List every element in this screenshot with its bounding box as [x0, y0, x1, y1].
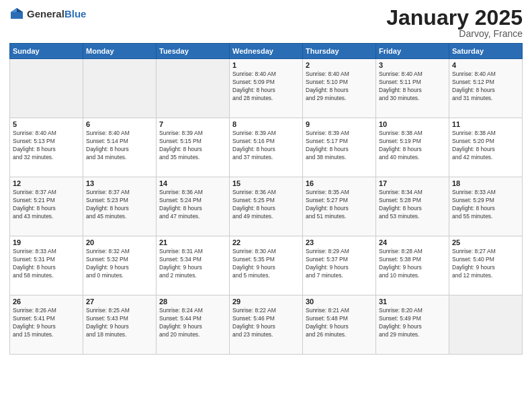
day-number: 29: [232, 298, 300, 306]
calendar-cell: 24Sunrise: 8:28 AM Sunset: 5:38 PM Dayli…: [376, 236, 449, 295]
day-info: Sunrise: 8:39 AM Sunset: 5:17 PM Dayligh…: [306, 130, 373, 162]
calendar-cell: 30Sunrise: 8:21 AM Sunset: 5:48 PM Dayli…: [303, 295, 376, 355]
calendar-cell: 3Sunrise: 8:40 AM Sunset: 5:11 PM Daylig…: [376, 59, 449, 118]
col-tuesday: Tuesday: [157, 44, 230, 59]
calendar-cell: 20Sunrise: 8:32 AM Sunset: 5:32 PM Dayli…: [83, 236, 157, 295]
day-info: Sunrise: 8:37 AM Sunset: 5:21 PM Dayligh…: [13, 189, 80, 221]
calendar-cell: 15Sunrise: 8:36 AM Sunset: 5:25 PM Dayli…: [230, 177, 303, 236]
col-thursday: Thursday: [303, 44, 376, 59]
day-number: 28: [159, 298, 226, 306]
calendar-week-2: 5Sunrise: 8:40 AM Sunset: 5:13 PM Daylig…: [10, 118, 523, 177]
col-friday: Friday: [376, 44, 449, 59]
day-number: 4: [452, 61, 519, 69]
day-info: Sunrise: 8:30 AM Sunset: 5:35 PM Dayligh…: [232, 248, 300, 280]
day-number: 17: [379, 179, 446, 187]
day-info: Sunrise: 8:36 AM Sunset: 5:24 PM Dayligh…: [159, 189, 226, 221]
day-info: Sunrise: 8:24 AM Sunset: 5:44 PM Dayligh…: [159, 307, 226, 339]
day-number: 8: [232, 120, 300, 128]
day-info: Sunrise: 8:39 AM Sunset: 5:15 PM Dayligh…: [159, 130, 226, 162]
day-number: 13: [86, 179, 153, 187]
day-number: 3: [379, 61, 446, 69]
calendar-cell: 12Sunrise: 8:37 AM Sunset: 5:21 PM Dayli…: [10, 177, 83, 236]
day-number: 30: [306, 298, 373, 306]
col-saturday: Saturday: [449, 44, 523, 59]
day-number: 1: [232, 61, 300, 69]
calendar-cell: 26Sunrise: 8:26 AM Sunset: 5:41 PM Dayli…: [10, 295, 83, 355]
svg-marker-2: [11, 8, 17, 12]
day-number: 5: [13, 120, 80, 128]
logo: GeneralBlue: [9, 7, 86, 21]
day-number: 22: [232, 238, 300, 246]
day-info: Sunrise: 8:22 AM Sunset: 5:46 PM Dayligh…: [232, 307, 300, 339]
day-number: 21: [159, 238, 226, 246]
svg-marker-1: [17, 8, 23, 12]
location: Darvoy, France: [386, 28, 523, 39]
day-number: 18: [452, 179, 519, 187]
calendar-cell: 14Sunrise: 8:36 AM Sunset: 5:24 PM Dayli…: [157, 177, 230, 236]
day-info: Sunrise: 8:27 AM Sunset: 5:40 PM Dayligh…: [452, 248, 519, 280]
day-info: Sunrise: 8:40 AM Sunset: 5:10 PM Dayligh…: [306, 71, 373, 103]
logo-general: General: [27, 8, 64, 19]
calendar-cell: 10Sunrise: 8:38 AM Sunset: 5:19 PM Dayli…: [376, 118, 449, 177]
calendar-cell: 7Sunrise: 8:39 AM Sunset: 5:15 PM Daylig…: [157, 118, 230, 177]
header: GeneralBlue January 2025 Darvoy, France: [9, 7, 523, 39]
day-info: Sunrise: 8:38 AM Sunset: 5:20 PM Dayligh…: [452, 130, 519, 162]
col-wednesday: Wednesday: [230, 44, 303, 59]
logo-blue: Blue: [64, 8, 87, 19]
calendar-cell: 23Sunrise: 8:29 AM Sunset: 5:37 PM Dayli…: [303, 236, 376, 295]
calendar-cell: 17Sunrise: 8:34 AM Sunset: 5:28 PM Dayli…: [376, 177, 449, 236]
day-info: Sunrise: 8:40 AM Sunset: 5:13 PM Dayligh…: [13, 130, 80, 162]
day-number: 7: [159, 120, 226, 128]
day-number: 24: [379, 238, 446, 246]
calendar-header-row: Sunday Monday Tuesday Wednesday Thursday…: [10, 44, 523, 59]
calendar-cell: 18Sunrise: 8:33 AM Sunset: 5:29 PM Dayli…: [449, 177, 523, 236]
day-number: 31: [379, 298, 446, 306]
calendar-cell: 6Sunrise: 8:40 AM Sunset: 5:14 PM Daylig…: [83, 118, 157, 177]
day-info: Sunrise: 8:37 AM Sunset: 5:23 PM Dayligh…: [86, 189, 153, 221]
day-info: Sunrise: 8:20 AM Sunset: 5:49 PM Dayligh…: [379, 307, 446, 339]
day-number: 23: [306, 238, 373, 246]
day-info: Sunrise: 8:34 AM Sunset: 5:28 PM Dayligh…: [379, 189, 446, 221]
day-info: Sunrise: 8:25 AM Sunset: 5:43 PM Dayligh…: [86, 307, 153, 339]
day-number: 6: [86, 120, 153, 128]
day-number: 2: [306, 61, 373, 69]
day-number: 14: [159, 179, 226, 187]
day-info: Sunrise: 8:29 AM Sunset: 5:37 PM Dayligh…: [306, 248, 373, 280]
day-number: 25: [452, 238, 519, 246]
calendar-cell: 25Sunrise: 8:27 AM Sunset: 5:40 PM Dayli…: [449, 236, 523, 295]
col-sunday: Sunday: [10, 44, 83, 59]
calendar-cell: 21Sunrise: 8:31 AM Sunset: 5:34 PM Dayli…: [157, 236, 230, 295]
page: GeneralBlue January 2025 Darvoy, France …: [0, 0, 532, 411]
calendar-cell: 5Sunrise: 8:40 AM Sunset: 5:13 PM Daylig…: [10, 118, 83, 177]
calendar-cell: 13Sunrise: 8:37 AM Sunset: 5:23 PM Dayli…: [83, 177, 157, 236]
calendar-cell: 31Sunrise: 8:20 AM Sunset: 5:49 PM Dayli…: [376, 295, 449, 355]
calendar-cell: [449, 295, 523, 355]
day-number: 20: [86, 238, 153, 246]
calendar-week-4: 19Sunrise: 8:33 AM Sunset: 5:31 PM Dayli…: [10, 236, 523, 295]
day-info: Sunrise: 8:33 AM Sunset: 5:31 PM Dayligh…: [13, 248, 80, 280]
calendar-week-5: 26Sunrise: 8:26 AM Sunset: 5:41 PM Dayli…: [10, 295, 523, 355]
calendar-cell: [157, 59, 230, 118]
day-info: Sunrise: 8:33 AM Sunset: 5:29 PM Dayligh…: [452, 189, 519, 221]
logo-icon: [9, 7, 24, 21]
calendar-week-1: 1Sunrise: 8:40 AM Sunset: 5:09 PM Daylig…: [10, 59, 523, 118]
calendar-cell: 9Sunrise: 8:39 AM Sunset: 5:17 PM Daylig…: [303, 118, 376, 177]
calendar-cell: 27Sunrise: 8:25 AM Sunset: 5:43 PM Dayli…: [83, 295, 157, 355]
day-number: 12: [13, 179, 80, 187]
day-info: Sunrise: 8:40 AM Sunset: 5:11 PM Dayligh…: [379, 71, 446, 103]
day-number: 27: [86, 298, 153, 306]
calendar-cell: 11Sunrise: 8:38 AM Sunset: 5:20 PM Dayli…: [449, 118, 523, 177]
logo-text: GeneralBlue: [27, 9, 86, 20]
calendar-cell: 8Sunrise: 8:39 AM Sunset: 5:16 PM Daylig…: [230, 118, 303, 177]
month-title: January 2025: [386, 7, 523, 28]
day-number: 15: [232, 179, 300, 187]
calendar-cell: 28Sunrise: 8:24 AM Sunset: 5:44 PM Dayli…: [157, 295, 230, 355]
day-info: Sunrise: 8:40 AM Sunset: 5:12 PM Dayligh…: [452, 71, 519, 103]
day-info: Sunrise: 8:39 AM Sunset: 5:16 PM Dayligh…: [232, 130, 300, 162]
day-number: 16: [306, 179, 373, 187]
title-block: January 2025 Darvoy, France: [386, 7, 523, 39]
day-info: Sunrise: 8:35 AM Sunset: 5:27 PM Dayligh…: [306, 189, 373, 221]
calendar: Sunday Monday Tuesday Wednesday Thursday…: [9, 43, 523, 355]
calendar-week-3: 12Sunrise: 8:37 AM Sunset: 5:21 PM Dayli…: [10, 177, 523, 236]
calendar-cell: 29Sunrise: 8:22 AM Sunset: 5:46 PM Dayli…: [230, 295, 303, 355]
